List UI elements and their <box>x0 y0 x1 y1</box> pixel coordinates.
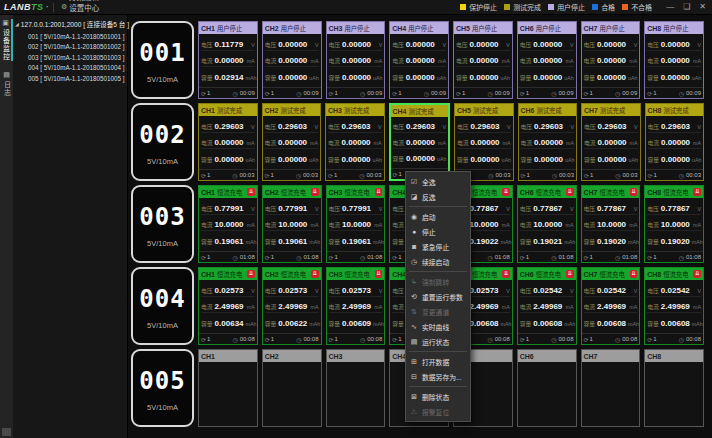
cycle-count: 1 <box>399 171 402 177</box>
channel-card[interactable]: CH6用户停止电压0.00000V电流0.00000mA容量0.00000uAh… <box>517 21 577 99</box>
tree-item-device[interactable]: 003 [ 5V/10mA-1.1-20180501003 ] <box>15 50 127 61</box>
channel-card[interactable]: CH7用户停止电压0.00000V电流0.00000mA容量0.00000uAh… <box>581 21 641 99</box>
channel-card[interactable]: CH2恒流充电⇊电压0.02573V电流2.49969mA容量0.00622mA… <box>262 267 322 345</box>
sidebar-tab-log[interactable]: ▤日志 <box>2 71 12 97</box>
channel-card[interactable]: CH5用户停止电压0.00000V电流0.00000mA容量0.00000uAh… <box>453 21 513 99</box>
channel-card[interactable]: CH8恒流充电⇊电压0.77867V电流10.0000mA容量0.19020mA… <box>644 185 704 263</box>
channel-card[interactable]: CH6恒流充电⇊电压0.02542V电流2.49969mA容量0.00608mA… <box>517 267 577 345</box>
voltage-unit: V <box>570 42 574 48</box>
channel-card[interactable]: CH8用户停止电压0.00000V电流0.00000mA容量0.00000uAh… <box>644 21 704 99</box>
channel-card[interactable]: CH4用户停止电压0.00000V电流0.00000mA容量0.00000uAh… <box>389 21 449 99</box>
channel-card[interactable]: CH2测试完成电压0.29603V电流0.00000mA容量0.00000uAh… <box>262 103 322 181</box>
window-controls: — ❏ ✕ <box>666 3 708 11</box>
current-label: 电流 <box>393 138 405 147</box>
device-panel[interactable]: 0025V/10mA <box>131 103 194 181</box>
current-unit: mA <box>693 58 701 64</box>
channel-card[interactable]: CH7测试完成电压0.29603V电流0.00000mA容量0.00000uAh… <box>581 103 641 181</box>
channel-card[interactable]: CH1恒流充电⇊电压0.77991V电流10.0000mA容量0.19061mA… <box>198 185 258 263</box>
channel-status: 用户停止 <box>663 24 688 33</box>
cycle-count: 1 <box>271 336 274 342</box>
channel-card[interactable]: CH3测试完成电压0.29603V电流0.00000mA容量0.00000uAh… <box>325 103 385 181</box>
minimize-button[interactable]: — <box>666 3 674 11</box>
channel-card[interactable]: CH1测试完成电压0.29603V电流0.00000mA容量0.00000uAh… <box>198 103 258 181</box>
channel-card[interactable]: CH3用户停止电压0.00000V电流0.00000mA容量0.00000uAh… <box>326 21 386 99</box>
side-tab-strip: ▣设备监控▤日志 <box>0 15 13 438</box>
cycle-count: 1 <box>398 90 401 96</box>
device-panel[interactable]: 0035V/10mA <box>131 185 194 263</box>
context-menu-item-delete-status[interactable]: ⊠删除状态 <box>406 389 470 404</box>
tree-item-device[interactable]: 005 [ 5V/10mA-1.1-20180501005 ] <box>15 71 127 82</box>
channel-card[interactable]: CH2电压电流容量⟳◷ <box>262 349 322 427</box>
channel-card[interactable]: CH1恒流充电⇊电压0.02573V电流2.49969mA容量0.00634mA… <box>198 267 258 345</box>
context-menu-item-save-data-as[interactable]: ⊟数据另存为... <box>406 369 470 384</box>
elapsed-time: ◷00:08 <box>615 336 637 343</box>
tree-item-device[interactable]: 002 [ 5V/10mA-1.1-20180501002 ] <box>15 40 127 51</box>
channel-card[interactable]: CH4测试完成电压0.29603V电流0.00000mA容量0.00000uAh… <box>389 103 451 181</box>
realtime-curve-label: 实时曲线 <box>422 322 449 332</box>
voltage-value: 0.02573 <box>278 286 307 295</box>
elapsed-time-value: 00:09 <box>686 90 701 96</box>
voltage-row: 电压0.02573V <box>265 285 319 297</box>
channel-card-header: CH3 <box>327 350 385 362</box>
capacity-unit: uAh <box>246 157 255 163</box>
channel-name: CH8 <box>647 25 661 32</box>
channel-card[interactable]: CH2用户停止电压0.00000V电流0.00000mA容量0.00000uAh… <box>262 21 322 99</box>
channel-card[interactable]: CH6测试完成电压0.29603V电流0.00000mA容量0.00000uAh… <box>518 103 578 181</box>
device-panel[interactable]: 0045V/10mA <box>131 267 194 345</box>
device-panel[interactable]: 0015V/10mA <box>131 21 194 99</box>
context-menu-item-select-all[interactable]: ☑全选 <box>406 174 470 189</box>
clock-icon: ◷ <box>359 172 364 179</box>
elapsed-time: ◷00:08 <box>679 336 701 343</box>
channel-card[interactable]: CH6恒流充电⇊电压0.77867V电流10.0000mA容量0.19021mA… <box>517 185 577 263</box>
panel-toggle-button[interactable] <box>2 428 11 436</box>
maximize-button[interactable]: ❏ <box>683 3 690 11</box>
channel-card-header: CH8 <box>645 350 703 362</box>
channel-name: CH2 <box>265 189 279 196</box>
context-menu-item-emergency-stop[interactable]: ◙紧急停止 <box>406 239 470 254</box>
channel-card[interactable]: CH3恒流充电⇊电压0.02573V电流2.49969mA容量0.00609mA… <box>326 267 386 345</box>
context-menu-item-realtime-curve[interactable]: ∿实时曲线 <box>406 319 470 334</box>
channel-card[interactable]: CH1电压电流容量⟳◷ <box>198 349 258 427</box>
current-value: 0.00000 <box>215 138 244 147</box>
menu-settings[interactable]: ⚙设置中心 <box>58 2 102 13</box>
channel-card[interactable]: CH3恒流充电⇊电压0.77991V电流10.0000mA容量0.19061mA… <box>326 185 386 263</box>
channel-status: 恒流充电 <box>600 188 625 197</box>
close-button[interactable]: ✕ <box>699 3 706 11</box>
voltage-unit: V <box>506 42 510 48</box>
channel-card[interactable]: CH6电压电流容量⟳◷ <box>517 349 577 427</box>
context-menu-item-stop[interactable]: ●停止 <box>406 224 470 239</box>
context-menu-item-run-status[interactable]: ▤运行状态 <box>406 334 470 349</box>
tree-item-device[interactable]: 004 [ 5V/10mA-1.1-20180501004 ] <box>15 61 127 72</box>
channel-card[interactable]: CH8测试完成电压0.29603V电流0.00000mA容量0.00000uAh… <box>645 103 705 181</box>
channel-card[interactable]: CH2恒流充电⇊电压0.77991V电流10.0000mA容量0.19061mA… <box>262 185 322 263</box>
menu-settings-label: 设置中心 <box>69 2 99 13</box>
capacity-unit: mAh <box>501 239 512 245</box>
channel-card[interactable]: CH7恒流充电⇊电压0.77867V电流10.0000mA容量0.19020mA… <box>581 185 641 263</box>
tree-item-device[interactable]: 001 [ 5V/10mA-1.1-20180501001 ] <box>15 29 127 40</box>
current-unit: mA <box>629 58 637 64</box>
capacity-row: 容量0.00000uAh <box>265 154 319 165</box>
channel-card[interactable]: CH1用户停止电压0.11779V电流0.00000mA容量0.02914mAh… <box>198 21 258 99</box>
channel-status: 用户停止 <box>472 24 497 33</box>
tree-root-node[interactable]: ◢ 127.0.0.1:2001,2000 [ 连接设备5 台 ] <box>15 19 127 29</box>
context-menu-item-open-data[interactable]: ⊞打开数据 <box>406 354 470 369</box>
context-menu-item-reset-params[interactable]: ⟲重置运行参数 <box>406 289 470 304</box>
current-value: 2.49969 <box>661 302 690 311</box>
elapsed-time: ◷00:03 <box>359 172 381 179</box>
channel-card[interactable]: CH8恒流充电⇊电压0.02542V电流2.49969mA容量0.00608mA… <box>644 267 704 345</box>
channel-card[interactable]: CH7恒流充电⇊电压0.02542V电流2.49969mA容量0.00608mA… <box>581 267 641 345</box>
device-panel[interactable]: 0055V/10mA <box>131 349 194 427</box>
sidebar-tab-device-monitor[interactable]: ▣设备监控 <box>1 19 13 61</box>
capacity-row: 容量0.00622mAh <box>265 318 319 329</box>
context-menu-item-resume-start[interactable]: ◷续接启动 <box>406 254 470 269</box>
channel-card[interactable]: CH7电压电流容量⟳◷ <box>581 349 641 427</box>
capacity-label: 容量 <box>393 154 405 163</box>
channel-card[interactable]: CH8电压电流容量⟳◷ <box>644 349 704 427</box>
voltage-row: 电压0.00000V <box>520 39 574 51</box>
context-menu-item-start[interactable]: ◉启动 <box>406 209 470 224</box>
channel-card[interactable]: CH3电压电流容量⟳◷ <box>326 349 386 427</box>
context-menu-item-invert-selection[interactable]: ◪反选 <box>406 189 470 204</box>
channel-name: CH8 <box>648 107 662 114</box>
channel-readings: 电压0.29603V电流0.00000mA容量0.00000uAh <box>646 116 704 169</box>
channel-card[interactable]: CH5测试完成电压0.29603V电流0.00000mA容量0.00000uAh… <box>454 103 514 181</box>
